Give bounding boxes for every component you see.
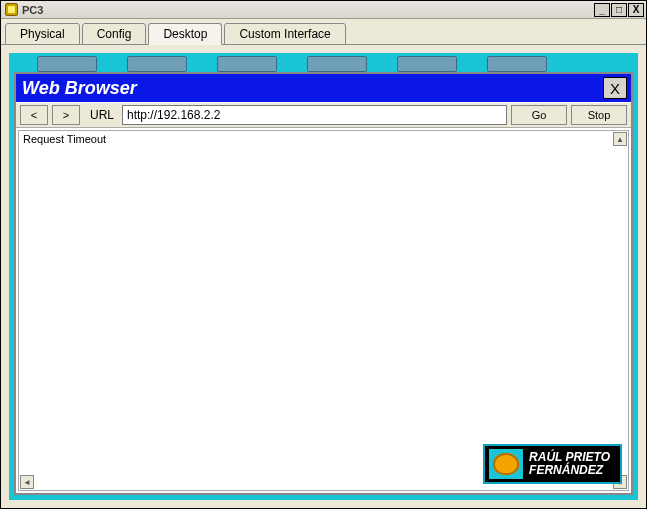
tab-desktop[interactable]: Desktop bbox=[148, 23, 222, 45]
desktop-shortcut[interactable] bbox=[397, 56, 457, 72]
close-icon: X bbox=[633, 5, 640, 15]
url-input[interactable] bbox=[122, 105, 507, 125]
tab-physical[interactable]: Physical bbox=[5, 23, 80, 45]
brain-icon bbox=[493, 453, 519, 475]
back-button[interactable]: < bbox=[20, 105, 48, 125]
browser-titlebar: Web Browser X bbox=[16, 74, 631, 102]
desktop-shortcut[interactable] bbox=[487, 56, 547, 72]
window-controls: _ □ X bbox=[594, 3, 644, 17]
browser-viewport: Request Timeout ▲ ▼ ◄ RAÚL PRIETO FERNÁN… bbox=[18, 130, 629, 491]
web-browser-window: Web Browser X < > URL Go Stop Request Ti… bbox=[14, 72, 633, 495]
watermark-line2: FERNÁNDEZ bbox=[529, 464, 610, 477]
url-label: URL bbox=[84, 108, 118, 122]
window-title: PC3 bbox=[22, 4, 590, 16]
tab-strip: Physical Config Desktop Custom Interface bbox=[1, 19, 646, 45]
browser-close-button[interactable]: X bbox=[603, 77, 627, 99]
watermark-badge: RAÚL PRIETO FERNÁNDEZ bbox=[483, 444, 622, 484]
tab-custom-interface[interactable]: Custom Interface bbox=[224, 23, 345, 45]
desktop-shortcut[interactable] bbox=[127, 56, 187, 72]
maximize-icon: □ bbox=[616, 5, 622, 15]
desktop-shortcut[interactable] bbox=[37, 56, 97, 72]
maximize-button[interactable]: □ bbox=[611, 3, 627, 17]
tab-config[interactable]: Config bbox=[82, 23, 147, 45]
desktop-shortcut[interactable] bbox=[217, 56, 277, 72]
watermark-text: RAÚL PRIETO FERNÁNDEZ bbox=[529, 451, 610, 476]
browser-toolbar: < > URL Go Stop bbox=[16, 102, 631, 128]
window-titlebar: PC3 _ □ X bbox=[1, 1, 646, 19]
client-area: Web Browser X < > URL Go Stop Request Ti… bbox=[1, 45, 646, 508]
close-button[interactable]: X bbox=[628, 3, 644, 17]
go-button[interactable]: Go bbox=[511, 105, 567, 125]
desktop-shortcut[interactable] bbox=[307, 56, 367, 72]
watermark-logo bbox=[489, 449, 523, 479]
minimize-button[interactable]: _ bbox=[594, 3, 610, 17]
app-icon bbox=[5, 3, 18, 16]
page-content: Request Timeout bbox=[23, 133, 624, 145]
scroll-up-button[interactable]: ▲ bbox=[613, 132, 627, 146]
browser-title: Web Browser bbox=[22, 78, 603, 99]
forward-button[interactable]: > bbox=[52, 105, 80, 125]
desktop-area: Web Browser X < > URL Go Stop Request Ti… bbox=[9, 53, 638, 500]
scroll-left-button[interactable]: ◄ bbox=[20, 475, 34, 489]
stop-button[interactable]: Stop bbox=[571, 105, 627, 125]
minimize-icon: _ bbox=[599, 5, 605, 15]
